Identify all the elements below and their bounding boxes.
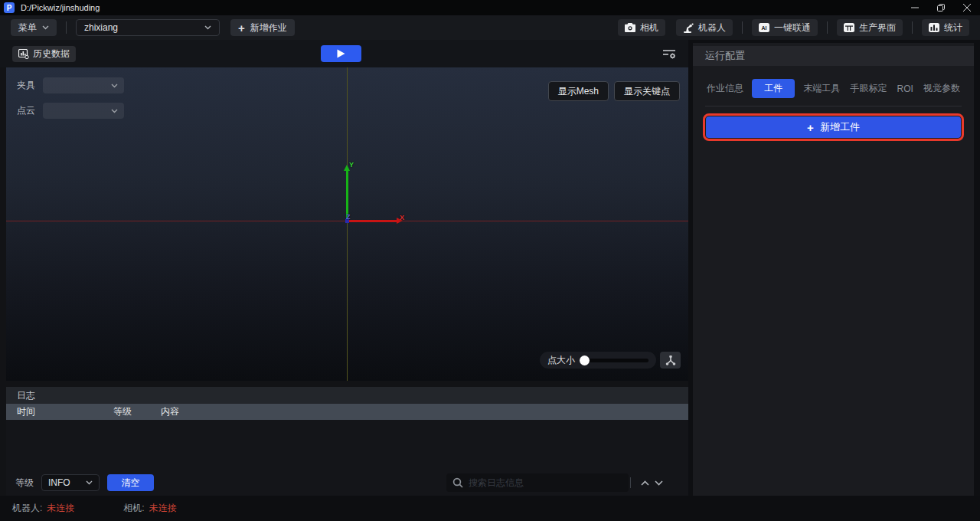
run-play-button[interactable] (321, 45, 361, 62)
toolbar-divider (66, 21, 67, 34)
log-level-select[interactable]: INFO (41, 474, 100, 491)
history-data-label: 历史数据 (33, 48, 70, 61)
point-size-label: 点大小 (547, 354, 575, 367)
tab-roi[interactable]: ROI (896, 80, 915, 97)
main-area: 历史数据 夹具 点云 (0, 40, 980, 496)
camera-button[interactable]: 相机 (618, 19, 665, 36)
search-next-button[interactable] (652, 476, 665, 490)
robot-icon (683, 23, 694, 33)
ai-connect-button-label: 一键联通 (774, 21, 811, 34)
production-ui-button[interactable]: 生产界面 (837, 19, 903, 36)
menu-button-label: 菜单 (18, 21, 37, 34)
log-controls-row: 等级 INFO 清空 (6, 470, 688, 496)
chevron-down-icon (111, 109, 118, 113)
axis-tripod-icon (665, 356, 676, 365)
main-toolbar: 菜单 zhixiang + 新增作业 相机 机器人 AI (0, 15, 980, 40)
run-config-tabs: 作业信息 工件 末端工具 手眼标定 ROI 视觉参数 (705, 79, 962, 98)
chevron-down-icon (204, 25, 211, 30)
log-table-body[interactable] (6, 420, 688, 470)
view-orientation-button[interactable] (660, 352, 681, 369)
toolbar-right-group: 相机 机器人 AI 一键联通 生产界面 统计 (618, 19, 969, 36)
view-filter-settings-button[interactable] (659, 46, 679, 61)
robot-status-value: 未连接 (47, 502, 74, 515)
log-clear-button[interactable]: 清空 (107, 474, 154, 491)
grid-icon (844, 23, 854, 32)
log-level-label: 等级 (15, 477, 34, 490)
axis-y-gridline (347, 67, 348, 381)
search-prev-button[interactable] (638, 476, 652, 490)
ai-icon: AI (759, 23, 769, 32)
add-workpiece-button[interactable]: + 新增工件 (706, 116, 961, 138)
plus-icon: + (807, 122, 814, 133)
tab-end-tool[interactable]: 末端工具 (802, 79, 841, 98)
toolbar-divider (912, 21, 913, 34)
menu-button[interactable]: 菜单 (11, 19, 57, 36)
log-column-time: 时间 (6, 405, 113, 418)
job-select[interactable]: zhixiang (76, 19, 220, 36)
display-toggles: 显示Mesh 显示关键点 (548, 81, 680, 101)
run-config-title: 运行配置 (705, 49, 745, 63)
chevron-up-icon (641, 480, 649, 486)
window-controls (902, 0, 980, 15)
axis-y-label: Y (349, 161, 354, 169)
log-table-header: 时间 等级 内容 (6, 404, 688, 420)
axis-x-label: X (400, 214, 404, 221)
workspace-column: 历史数据 夹具 点云 (0, 40, 688, 496)
add-workpiece-label: 新增工件 (820, 120, 860, 134)
point-size-slider-thumb[interactable] (580, 356, 590, 365)
search-divider (630, 477, 631, 488)
history-data-icon (18, 49, 29, 59)
title-bar: P D:/Pickwiz/jinshuding (0, 0, 980, 15)
chevron-down-icon (111, 84, 118, 88)
show-mesh-label: 显示Mesh (558, 85, 599, 98)
toolbar-divider (742, 21, 743, 34)
minimize-button[interactable] (902, 0, 928, 15)
log-search-input[interactable] (469, 477, 622, 488)
job-select-value: zhixiang (84, 22, 118, 33)
camera-icon (625, 23, 635, 32)
toolbar-divider (827, 21, 828, 34)
camera-status-value: 未连接 (149, 502, 177, 515)
point-size-slider[interactable] (581, 359, 648, 362)
show-keypoints-button[interactable]: 显示关键点 (614, 81, 680, 101)
app-logo-icon: P (4, 2, 15, 13)
pointcloud-row: 点云 (17, 103, 124, 119)
filter-gear-icon (662, 48, 677, 60)
status-bar: 机器人: 未连接 相机: 未连接 (0, 496, 980, 521)
show-keypoints-label: 显示关键点 (624, 85, 670, 98)
tab-job-info[interactable]: 作业信息 (705, 79, 745, 98)
log-search-box (446, 473, 629, 492)
log-panel-title: 日志 (17, 389, 35, 402)
axis-z-label: Z (346, 213, 351, 221)
viewport-3d[interactable]: 夹具 点云 显示Mesh 显示关键点 (6, 67, 688, 381)
fixture-select[interactable] (43, 77, 124, 93)
log-clear-label: 清空 (122, 477, 140, 490)
log-column-content: 内容 (161, 405, 688, 418)
add-job-button[interactable]: + 新增作业 (230, 19, 295, 36)
show-mesh-button[interactable]: 显示Mesh (548, 81, 609, 101)
pointcloud-label: 点云 (17, 104, 35, 117)
robot-status-label: 机器人: (12, 502, 42, 515)
history-data-button[interactable]: 历史数据 (12, 46, 76, 62)
point-size-control: 点大小 (540, 352, 656, 369)
search-icon (452, 477, 463, 488)
chevron-down-icon (42, 25, 49, 30)
close-button[interactable] (954, 0, 980, 15)
robot-button[interactable]: 机器人 (676, 19, 733, 36)
camera-button-label: 相机 (640, 21, 658, 34)
ai-connect-button[interactable]: AI 一键联通 (752, 19, 818, 36)
tab-vision-params[interactable]: 视觉参数 (922, 79, 962, 98)
run-config-panel: 运行配置 作业信息 工件 末端工具 手眼标定 ROI 视觉参数 + 新增工件 (693, 43, 974, 496)
tab-hand-eye-calibration[interactable]: 手眼标定 (848, 79, 888, 98)
statistics-button[interactable]: 统计 (922, 19, 969, 36)
log-level-value: INFO (48, 477, 70, 488)
pointcloud-select[interactable] (43, 103, 124, 119)
fixture-label: 夹具 (17, 79, 35, 92)
tabs-divider (705, 106, 962, 106)
window-title: D:/Pickwiz/jinshuding (21, 3, 100, 12)
tab-workpiece[interactable]: 工件 (752, 79, 795, 98)
restore-button[interactable] (928, 0, 954, 15)
robot-button-label: 机器人 (698, 21, 726, 34)
log-search-group (446, 473, 665, 492)
statistics-button-label: 统计 (944, 21, 962, 34)
